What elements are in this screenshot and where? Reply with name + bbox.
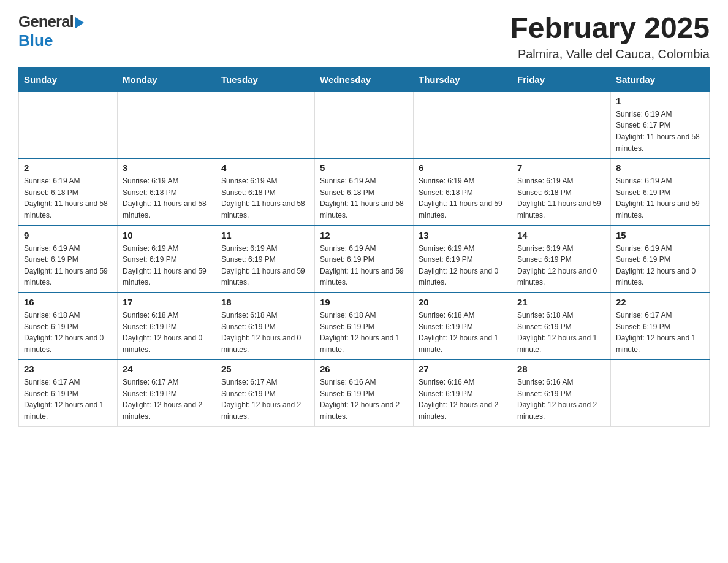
col-tuesday: Tuesday [216,67,315,91]
table-row: 14Sunrise: 6:19 AMSunset: 6:19 PMDayligh… [512,226,611,293]
day-number: 19 [320,297,408,307]
table-row: 9Sunrise: 6:19 AMSunset: 6:19 PMDaylight… [19,226,118,293]
day-info: Sunrise: 6:19 AMSunset: 6:18 PMDaylight:… [24,175,112,221]
day-info: Sunrise: 6:18 AMSunset: 6:19 PMDaylight:… [419,310,507,355]
day-number: 26 [320,364,408,374]
table-row: 3Sunrise: 6:19 AMSunset: 6:18 PMDaylight… [118,158,216,225]
col-wednesday: Wednesday [315,67,414,91]
day-info: Sunrise: 6:18 AMSunset: 6:19 PMDaylight:… [221,310,309,355]
calendar-week-1: 1Sunrise: 6:19 AMSunset: 6:17 PMDaylight… [19,91,710,158]
table-row [611,359,710,426]
table-row: 15Sunrise: 6:19 AMSunset: 6:19 PMDayligh… [611,226,710,293]
day-info: Sunrise: 6:16 AMSunset: 6:19 PMDaylight:… [320,377,408,422]
calendar-table: Sunday Monday Tuesday Wednesday Thursday… [18,67,710,427]
day-info: Sunrise: 6:17 AMSunset: 6:19 PMDaylight:… [616,310,704,355]
day-info: Sunrise: 6:19 AMSunset: 6:19 PMDaylight:… [320,243,408,288]
table-row: 22Sunrise: 6:17 AMSunset: 6:19 PMDayligh… [611,293,710,359]
day-number: 22 [616,297,704,307]
table-row: 27Sunrise: 6:16 AMSunset: 6:19 PMDayligh… [414,359,512,426]
table-row: 20Sunrise: 6:18 AMSunset: 6:19 PMDayligh… [414,293,512,359]
col-friday: Friday [512,67,611,91]
table-row: 11Sunrise: 6:19 AMSunset: 6:19 PMDayligh… [216,226,315,293]
calendar-week-2: 2Sunrise: 6:19 AMSunset: 6:18 PMDaylight… [19,158,710,225]
day-number: 28 [517,364,605,374]
day-info: Sunrise: 6:19 AMSunset: 6:19 PMDaylight:… [24,243,112,288]
table-row: 7Sunrise: 6:19 AMSunset: 6:18 PMDaylight… [512,158,611,225]
day-number: 7 [517,163,605,173]
day-number: 14 [517,230,605,240]
day-info: Sunrise: 6:17 AMSunset: 6:19 PMDaylight:… [24,377,112,422]
calendar-week-5: 23Sunrise: 6:17 AMSunset: 6:19 PMDayligh… [19,359,710,426]
table-row [315,91,414,158]
table-row: 21Sunrise: 6:18 AMSunset: 6:19 PMDayligh… [512,293,611,359]
table-row: 26Sunrise: 6:16 AMSunset: 6:19 PMDayligh… [315,359,414,426]
title-section: February 2025 Palmira, Valle del Cauca, … [510,12,710,61]
table-row: 1Sunrise: 6:19 AMSunset: 6:17 PMDaylight… [611,91,710,158]
logo-arrow-icon [75,17,84,28]
table-row [512,91,611,158]
day-number: 23 [24,364,112,374]
day-info: Sunrise: 6:19 AMSunset: 6:19 PMDaylight:… [221,243,309,288]
table-row: 17Sunrise: 6:18 AMSunset: 6:19 PMDayligh… [118,293,216,359]
day-number: 9 [24,230,112,240]
table-row: 25Sunrise: 6:17 AMSunset: 6:19 PMDayligh… [216,359,315,426]
day-number: 5 [320,163,408,173]
table-row: 6Sunrise: 6:19 AMSunset: 6:18 PMDaylight… [414,158,512,225]
day-number: 27 [419,364,507,374]
calendar-title: February 2025 [510,12,710,45]
day-info: Sunrise: 6:19 AMSunset: 6:17 PMDaylight:… [616,109,704,154]
logo: General Blue [18,12,84,50]
day-number: 21 [517,297,605,307]
day-number: 25 [221,364,309,374]
day-number: 24 [123,364,211,374]
page-header: General Blue February 2025 Palmira, Vall… [18,12,710,61]
day-info: Sunrise: 6:18 AMSunset: 6:19 PMDaylight:… [517,310,605,355]
calendar-week-4: 16Sunrise: 6:18 AMSunset: 6:19 PMDayligh… [19,293,710,359]
day-info: Sunrise: 6:19 AMSunset: 6:18 PMDaylight:… [419,175,507,221]
table-row: 18Sunrise: 6:18 AMSunset: 6:19 PMDayligh… [216,293,315,359]
calendar-subtitle: Palmira, Valle del Cauca, Colombia [510,47,710,61]
table-row: 12Sunrise: 6:19 AMSunset: 6:19 PMDayligh… [315,226,414,293]
table-row: 19Sunrise: 6:18 AMSunset: 6:19 PMDayligh… [315,293,414,359]
day-number: 18 [221,297,309,307]
table-row: 4Sunrise: 6:19 AMSunset: 6:18 PMDaylight… [216,158,315,225]
table-row: 8Sunrise: 6:19 AMSunset: 6:19 PMDaylight… [611,158,710,225]
table-row: 5Sunrise: 6:19 AMSunset: 6:18 PMDaylight… [315,158,414,225]
day-info: Sunrise: 6:16 AMSunset: 6:19 PMDaylight:… [517,377,605,422]
day-number: 12 [320,230,408,240]
day-number: 6 [419,163,507,173]
day-number: 13 [419,230,507,240]
day-info: Sunrise: 6:19 AMSunset: 6:18 PMDaylight:… [221,175,309,221]
day-number: 2 [24,163,112,173]
day-info: Sunrise: 6:19 AMSunset: 6:18 PMDaylight:… [123,175,211,221]
day-number: 4 [221,163,309,173]
table-row: 28Sunrise: 6:16 AMSunset: 6:19 PMDayligh… [512,359,611,426]
table-row: 10Sunrise: 6:19 AMSunset: 6:19 PMDayligh… [118,226,216,293]
day-info: Sunrise: 6:19 AMSunset: 6:19 PMDaylight:… [123,243,211,288]
day-info: Sunrise: 6:17 AMSunset: 6:19 PMDaylight:… [123,377,211,422]
day-number: 1 [616,96,704,106]
col-saturday: Saturday [611,67,710,91]
col-monday: Monday [118,67,216,91]
day-number: 8 [616,163,704,173]
day-info: Sunrise: 6:16 AMSunset: 6:19 PMDaylight:… [419,377,507,422]
logo-blue-text: Blue [18,31,53,50]
day-info: Sunrise: 6:19 AMSunset: 6:18 PMDaylight:… [517,175,605,221]
day-number: 15 [616,230,704,240]
day-number: 16 [24,297,112,307]
table-row [19,91,118,158]
col-thursday: Thursday [414,67,512,91]
day-info: Sunrise: 6:17 AMSunset: 6:19 PMDaylight:… [221,377,309,422]
day-number: 3 [123,163,211,173]
day-number: 10 [123,230,211,240]
table-row: 16Sunrise: 6:18 AMSunset: 6:19 PMDayligh… [19,293,118,359]
table-row: 24Sunrise: 6:17 AMSunset: 6:19 PMDayligh… [118,359,216,426]
calendar-header-row: Sunday Monday Tuesday Wednesday Thursday… [19,67,710,91]
logo-general-text: General [18,12,74,31]
table-row [118,91,216,158]
day-number: 20 [419,297,507,307]
day-info: Sunrise: 6:18 AMSunset: 6:19 PMDaylight:… [123,310,211,355]
table-row: 2Sunrise: 6:19 AMSunset: 6:18 PMDaylight… [19,158,118,225]
day-info: Sunrise: 6:19 AMSunset: 6:19 PMDaylight:… [616,175,704,221]
day-info: Sunrise: 6:18 AMSunset: 6:19 PMDaylight:… [24,310,112,355]
